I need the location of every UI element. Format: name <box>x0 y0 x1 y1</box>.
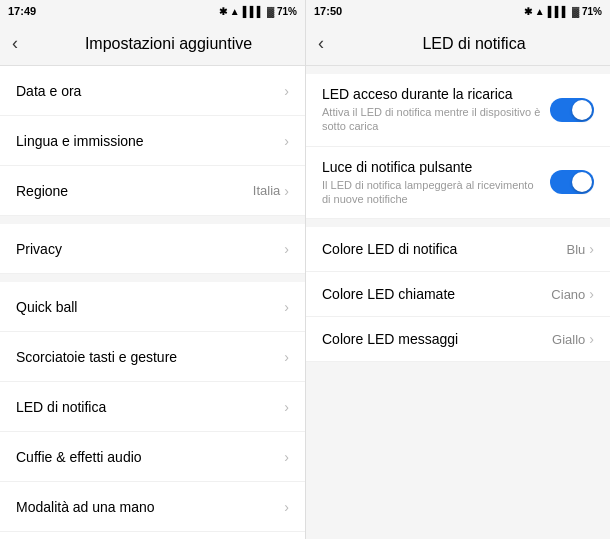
wifi-icon: ▲ <box>230 6 240 17</box>
led-nav-messaggi[interactable]: Colore LED messaggi Giallo › <box>306 317 610 362</box>
led-menu-list: LED acceso durante la ricarica Attiva il… <box>306 66 610 539</box>
right-time: 17:50 <box>314 5 342 17</box>
menu-item-cuffie[interactable]: Cuffie & effetti audio › <box>0 432 305 482</box>
led-item-ricarica[interactable]: LED acceso durante la ricarica Attiva il… <box>306 74 610 147</box>
left-time: 17:49 <box>8 5 36 17</box>
menu-item-regione[interactable]: Regione Italia › <box>0 166 305 216</box>
right-panel: 17:50 ✱ ▲ ▌▌▌ ▓ 71% ‹ LED di notifica LE… <box>305 0 610 539</box>
led-ricarica-toggle[interactable] <box>550 98 594 122</box>
menu-item-cuffie-label: Cuffie & effetti audio <box>16 449 142 465</box>
menu-item-lingua-label: Lingua e immissione <box>16 133 144 149</box>
led-item-ricarica-row: LED acceso durante la ricarica Attiva il… <box>322 86 594 134</box>
led-item-pulsante-text: Luce di notifica pulsante Il LED di noti… <box>322 159 550 207</box>
led-nav-chiamate-right: Ciano › <box>551 286 594 302</box>
led-nav-colore[interactable]: Colore LED di notifica Blu › <box>306 227 610 272</box>
menu-item-data-ora-label: Data e ora <box>16 83 81 99</box>
led-nav-messaggi-label: Colore LED messaggi <box>322 331 458 347</box>
led-pulsante-toggle[interactable] <box>550 170 594 194</box>
chevron-led-icon: › <box>284 399 289 415</box>
menu-item-regione-label: Regione <box>16 183 68 199</box>
led-item-ricarica-text: LED acceso durante la ricarica Attiva il… <box>322 86 550 134</box>
chevron-colore-icon: › <box>589 241 594 257</box>
menu-item-led[interactable]: LED di notifica › <box>0 382 305 432</box>
chevron-privacy-icon: › <box>284 241 289 257</box>
led-item-pulsante[interactable]: Luce di notifica pulsante Il LED di noti… <box>306 147 610 220</box>
divider-2 <box>0 274 305 282</box>
menu-item-led-label: LED di notifica <box>16 399 106 415</box>
battery-icon: ▓ 71% <box>267 6 297 17</box>
bluetooth-icon: ✱ <box>219 6 227 17</box>
led-nav-colore-right: Blu › <box>567 241 594 257</box>
menu-item-scorciatoie[interactable]: Scorciatoie tasti e gesture › <box>0 332 305 382</box>
menu-item-scorciatoie-label: Scorciatoie tasti e gesture <box>16 349 177 365</box>
chevron-lingua-icon: › <box>284 133 289 149</box>
menu-item-modalita[interactable]: Modalità ad una mano › <box>0 482 305 532</box>
led-gap-1 <box>306 66 610 74</box>
menu-item-privacy[interactable]: Privacy › <box>0 224 305 274</box>
left-header: ‹ Impostazioni aggiuntive <box>0 22 305 66</box>
left-header-title: Impostazioni aggiuntive <box>44 35 293 53</box>
chevron-modalita-icon: › <box>284 499 289 515</box>
right-signal-icon: ▌▌▌ <box>548 6 569 17</box>
menu-item-lingua[interactable]: Lingua e immissione › <box>0 116 305 166</box>
regione-right: Italia › <box>253 183 289 199</box>
right-header-title: LED di notifica <box>350 35 598 53</box>
left-panel: 17:49 ✱ ▲ ▌▌▌ ▓ 71% ‹ Impostazioni aggiu… <box>0 0 305 539</box>
chevron-chiamate-icon: › <box>589 286 594 302</box>
right-bluetooth-icon: ✱ <box>524 6 532 17</box>
menu-item-accessibilita[interactable]: Accessibilità › <box>0 532 305 539</box>
right-back-button[interactable]: ‹ <box>318 33 342 54</box>
led-item-pulsante-title: Luce di notifica pulsante <box>322 159 542 175</box>
right-status-bar: 17:50 ✱ ▲ ▌▌▌ ▓ 71% <box>306 0 610 22</box>
led-gap-2 <box>306 219 610 227</box>
led-nav-chiamate-label: Colore LED chiamate <box>322 286 455 302</box>
chevron-data-ora-icon: › <box>284 83 289 99</box>
menu-item-regione-value: Italia <box>253 183 280 198</box>
chevron-cuffie-icon: › <box>284 449 289 465</box>
right-header: ‹ LED di notifica <box>306 22 610 66</box>
left-status-icons: ✱ ▲ ▌▌▌ ▓ 71% <box>219 6 297 17</box>
led-item-pulsante-subtitle: Il LED di notifica lampeggerà al ricevim… <box>322 178 542 207</box>
right-battery-icon: ▓ 71% <box>572 6 602 17</box>
left-menu-list: Data e ora › Lingua e immissione › Regio… <box>0 66 305 539</box>
chevron-regione-icon: › <box>284 183 289 199</box>
menu-item-quickball-label: Quick ball <box>16 299 77 315</box>
led-nav-colore-label: Colore LED di notifica <box>322 241 457 257</box>
menu-item-privacy-label: Privacy <box>16 241 62 257</box>
chevron-scorciatoie-icon: › <box>284 349 289 365</box>
left-back-button[interactable]: ‹ <box>12 33 36 54</box>
led-nav-messaggi-right: Giallo › <box>552 331 594 347</box>
menu-item-quickball[interactable]: Quick ball › <box>0 282 305 332</box>
left-status-bar: 17:49 ✱ ▲ ▌▌▌ ▓ 71% <box>0 0 305 22</box>
chevron-messaggi-icon: › <box>589 331 594 347</box>
led-item-ricarica-title: LED acceso durante la ricarica <box>322 86 542 102</box>
led-nav-chiamate-value: Ciano <box>551 287 585 302</box>
led-nav-messaggi-value: Giallo <box>552 332 585 347</box>
led-nav-colore-value: Blu <box>567 242 586 257</box>
led-item-pulsante-row: Luce di notifica pulsante Il LED di noti… <box>322 159 594 207</box>
signal-icon: ▌▌▌ <box>243 6 264 17</box>
chevron-quickball-icon: › <box>284 299 289 315</box>
right-status-icons: ✱ ▲ ▌▌▌ ▓ 71% <box>524 6 602 17</box>
right-wifi-icon: ▲ <box>535 6 545 17</box>
menu-item-modalita-label: Modalità ad una mano <box>16 499 155 515</box>
led-item-ricarica-subtitle: Attiva il LED di notifica mentre il disp… <box>322 105 542 134</box>
led-nav-chiamate[interactable]: Colore LED chiamate Ciano › <box>306 272 610 317</box>
divider-1 <box>0 216 305 224</box>
menu-item-data-ora[interactable]: Data e ora › <box>0 66 305 116</box>
